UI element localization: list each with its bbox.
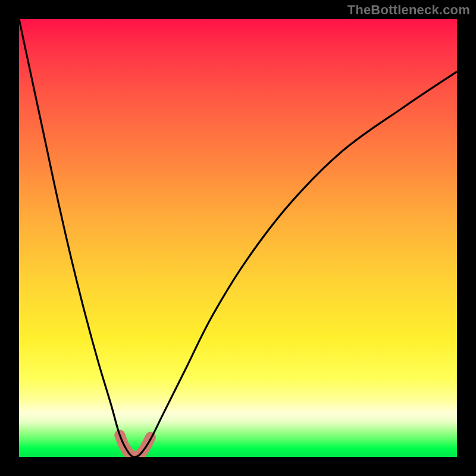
- watermark-text: TheBottleneck.com: [347, 2, 470, 18]
- bottleneck-curve: [19, 19, 457, 457]
- plot-area: [19, 19, 457, 457]
- chart-frame: TheBottleneck.com: [0, 0, 476, 476]
- curve-layer: [19, 19, 457, 457]
